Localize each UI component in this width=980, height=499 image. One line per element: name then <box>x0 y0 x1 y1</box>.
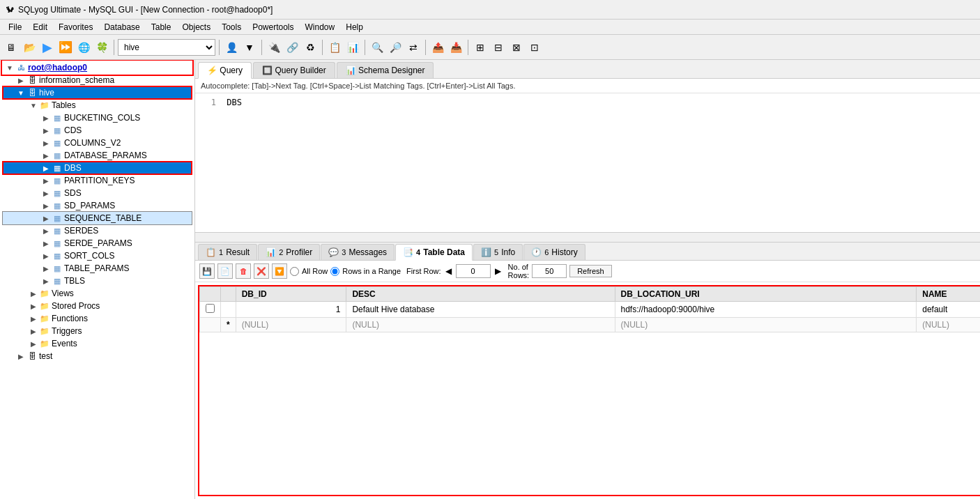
toggle-partition[interactable]: ▶ <box>40 177 52 185</box>
toggle-sd-params[interactable]: ▶ <box>40 202 52 210</box>
tab-history[interactable]: 🕐 6 History <box>523 244 585 260</box>
row1-name[interactable]: default <box>917 302 980 318</box>
first-row-input[interactable] <box>456 264 491 278</box>
table-table-params[interactable]: ▶ ▦ TABLE_PARAMS <box>3 262 192 275</box>
db-information-schema[interactable]: ▶ 🗄 information_schema <box>3 74 192 86</box>
toggle-dbs[interactable]: ▶ <box>40 164 52 172</box>
toggle-db-params[interactable]: ▶ <box>40 152 52 160</box>
tab-result[interactable]: 📋 1 Result <box>198 244 257 260</box>
menu-file[interactable]: File <box>3 21 27 33</box>
folder-views[interactable]: ▶ 📁 Views <box>3 287 192 300</box>
col-header-desc[interactable]: DESC <box>346 287 615 302</box>
radio-rows-range[interactable] <box>330 267 339 276</box>
rows-range-label[interactable]: Rows in a Range <box>342 267 401 275</box>
tab-query-builder[interactable]: 🔲 Query Builder <box>253 62 335 78</box>
toolbar-fast-forward[interactable]: ⏩ <box>57 39 74 56</box>
col-header-db-location[interactable]: DB_LOCATION_URI <box>615 287 917 302</box>
all-rows-label[interactable]: All Row <box>302 267 328 275</box>
menu-database[interactable]: Database <box>98 21 145 33</box>
table-serde-params[interactable]: ▶ ▦ SERDE_PARAMS <box>3 237 192 250</box>
folder-events[interactable]: ▶ 📁 Events <box>3 337 192 350</box>
table-columns-v2[interactable]: ▶ ▦ COLUMNS_V2 <box>3 137 192 149</box>
toolbar-run[interactable]: ▶ <box>39 39 56 56</box>
refresh-button[interactable]: Refresh <box>569 265 612 277</box>
db-test[interactable]: ▶ 🗄 test <box>3 350 192 362</box>
toolbar-search[interactable]: 🔍 <box>369 39 385 56</box>
rows-count-input[interactable] <box>532 264 567 278</box>
toolbar-refresh-conn[interactable]: ♻ <box>302 39 319 56</box>
table-serdes[interactable]: ▶ ▦ SERDES <box>3 224 192 237</box>
toolbar-grid2[interactable]: ⊟ <box>490 39 507 56</box>
toggle-stored-procs[interactable]: ▶ <box>28 302 39 310</box>
tab-messages[interactable]: 💬 3 Messages <box>321 244 395 260</box>
menu-powertools[interactable]: Powertools <box>247 21 299 33</box>
td-btn-save[interactable]: 💾 <box>199 263 215 279</box>
table-sequence-table[interactable]: ▶ ▦ SEQUENCE_TABLE <box>3 212 192 224</box>
toggle-table-params[interactable]: ▶ <box>40 265 52 272</box>
menu-window[interactable]: Window <box>300 21 341 33</box>
folder-functions[interactable]: ▶ 📁 Functions <box>3 312 192 325</box>
td-btn-filter[interactable]: 🔽 <box>272 263 287 279</box>
toolbar-open[interactable]: 📂 <box>21 39 38 56</box>
toolbar-arrow-dn[interactable]: ▼ <box>241 39 258 56</box>
toolbar-table-icon[interactable]: 📋 <box>326 39 343 56</box>
toolbar-leaf[interactable]: 🍀 <box>93 39 110 56</box>
tab-profiler[interactable]: 📊 2 Profiler <box>258 244 320 260</box>
connection-item[interactable]: ▼ 🖧 root@hadoop0 <box>3 61 192 74</box>
td-btn-save2[interactable]: 📄 <box>217 263 233 279</box>
menu-tools[interactable]: Tools <box>216 21 247 33</box>
toolbar-export[interactable]: 📤 <box>429 39 446 56</box>
table-partition-keys[interactable]: ▶ ▦ PARTITION_KEYS <box>3 174 192 187</box>
td-btn-delete[interactable]: 🗑 <box>236 263 251 279</box>
toolbar-arrows[interactable]: ⇄ <box>405 39 422 56</box>
col-header-db-id[interactable]: DB_ID <box>236 287 346 302</box>
row1-db-location[interactable]: hdfs://hadoop0:9000/hive <box>615 302 917 318</box>
tab-schema-designer[interactable]: 📊 Schema Designer <box>337 62 434 78</box>
toggle-tbls[interactable]: ▶ <box>40 277 52 285</box>
toolbar-new[interactable]: 🖥 <box>3 39 20 56</box>
toggle-root[interactable]: ▼ <box>4 64 15 72</box>
toggle-views[interactable]: ▶ <box>28 290 39 298</box>
menu-objects[interactable]: Objects <box>176 21 216 33</box>
toolbar-disconnect[interactable]: 🔗 <box>284 39 300 56</box>
toolbar-import[interactable]: 📥 <box>447 39 464 56</box>
hscroll[interactable] <box>195 233 980 243</box>
toolbar-connect[interactable]: 🔌 <box>266 39 282 56</box>
db-hive[interactable]: ▼ 🗄 hive <box>3 86 192 99</box>
tab-info[interactable]: ℹ️ 5 Info <box>473 244 523 260</box>
table-sd-params[interactable]: ▶ ▦ SD_PARAMS <box>3 199 192 212</box>
row1-desc[interactable]: Default Hive database <box>346 302 615 318</box>
tab-query[interactable]: ⚡ Query <box>198 62 252 79</box>
menu-table[interactable]: Table <box>146 21 177 33</box>
row1-checkbox[interactable] <box>206 304 215 313</box>
menu-favorites[interactable]: Favorites <box>53 21 98 33</box>
prev-arrow[interactable]: ◀ <box>444 266 453 276</box>
toggle-info-schema[interactable]: ▶ <box>15 77 26 84</box>
toolbar-grid4[interactable]: ⊡ <box>526 39 543 56</box>
table-cds[interactable]: ▶ ▦ CDS <box>3 124 192 137</box>
toggle-columns-v2[interactable]: ▶ <box>40 139 52 147</box>
toggle-sort-cols[interactable]: ▶ <box>40 252 52 260</box>
menu-edit[interactable]: Edit <box>27 21 53 33</box>
td-btn-cancel[interactable]: ❌ <box>254 263 269 279</box>
toggle-sequence[interactable]: ▶ <box>40 215 52 222</box>
next-arrow[interactable]: ▶ <box>493 266 503 276</box>
db-selector[interactable]: hive information_schema test <box>118 39 215 56</box>
toggle-tables[interactable]: ▼ <box>28 102 39 109</box>
table-sds[interactable]: ▶ ▦ SDS <box>3 187 192 199</box>
toggle-events[interactable]: ▶ <box>28 340 39 348</box>
query-content-1[interactable]: DBS <box>227 98 242 107</box>
radio-all-rows[interactable] <box>290 267 299 276</box>
query-editor[interactable]: 1 DBS <box>195 93 980 233</box>
toggle-bucketing[interactable]: ▶ <box>40 114 52 122</box>
toggle-cds[interactable]: ▶ <box>40 127 52 135</box>
toggle-serdes[interactable]: ▶ <box>40 227 52 235</box>
toggle-sds[interactable]: ▶ <box>40 190 52 197</box>
menu-help[interactable]: Help <box>340 21 369 33</box>
toggle-triggers[interactable]: ▶ <box>28 328 39 335</box>
table-bucketing-cols[interactable]: ▶ ▦ BUCKETING_COLS <box>3 112 192 124</box>
toolbar-binoculars[interactable]: 🔎 <box>387 39 404 56</box>
toolbar-user[interactable]: 👤 <box>223 39 240 56</box>
toolbar-globe[interactable]: 🌐 <box>75 39 92 56</box>
folder-stored-procs[interactable]: ▶ 📁 Stored Procs <box>3 300 192 312</box>
